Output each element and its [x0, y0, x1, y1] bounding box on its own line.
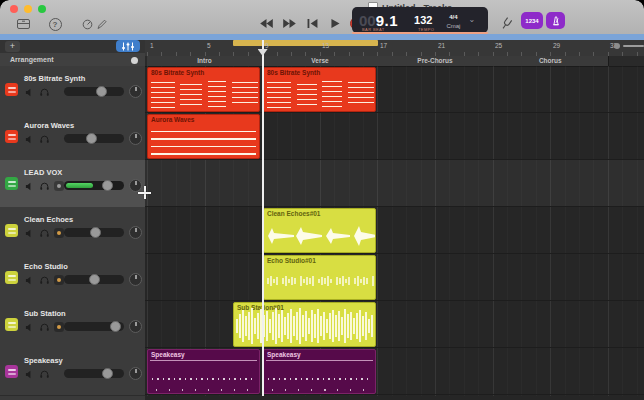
editors-icon[interactable] — [94, 17, 108, 31]
level-meter — [66, 183, 93, 188]
mute-button[interactable] — [24, 369, 34, 379]
volume-slider[interactable] — [64, 322, 124, 331]
lcd-display[interactable]: 00 9.1 BAR BEAT 132 TEMPO 4/4 Cmaj ⌄ — [352, 7, 488, 33]
arrangement-track-header[interactable]: Arrangement — [0, 53, 145, 67]
track-name: Sub Station — [24, 309, 66, 318]
zoom-button[interactable] — [38, 5, 46, 13]
input-monitor-button[interactable] — [54, 322, 64, 332]
audio-region[interactable]: Echo Studio#01 — [263, 255, 376, 300]
timeline-area: 1 5 9 13 17 21 25 29 33 Intro Verse Pre-… — [145, 40, 644, 400]
add-track-button[interactable]: + — [5, 41, 20, 52]
song-end-line — [623, 45, 644, 47]
solo-button[interactable] — [39, 322, 49, 332]
midi-region[interactable]: Speakeasy — [263, 349, 376, 394]
arrangement-options-icon[interactable] — [131, 57, 138, 64]
playhead[interactable] — [262, 40, 264, 396]
audio-region[interactable]: Clean Echoes#01 — [263, 208, 376, 253]
fast-forward-button[interactable] — [281, 16, 297, 30]
track-row-sub-station[interactable]: Sub Station — [0, 301, 145, 349]
input-monitor-button[interactable] — [54, 228, 64, 238]
arrangement-label: Arrangement — [10, 56, 54, 63]
section-intro[interactable]: Intro — [147, 56, 263, 66]
quick-help-icon[interactable]: ? — [48, 17, 62, 31]
track-lanes: 80s Bitrate Synth 80s Bitrate Synth — [145, 66, 644, 396]
mouse-crosshair-cursor — [138, 186, 151, 199]
mute-button[interactable] — [24, 181, 34, 191]
mute-button[interactable] — [24, 275, 34, 285]
track-controls — [24, 87, 49, 97]
song-end-marker[interactable] — [614, 43, 620, 49]
volume-slider[interactable] — [64, 134, 124, 143]
volume-slider[interactable] — [64, 228, 124, 237]
synth-track-icon — [5, 83, 18, 96]
minimize-button[interactable] — [24, 5, 32, 13]
mute-button[interactable] — [24, 322, 34, 332]
solo-button[interactable] — [39, 181, 49, 191]
vocal-track-icon — [5, 177, 18, 190]
volume-slider[interactable] — [64, 181, 124, 190]
lcd-bar-beat: 9.1 — [376, 12, 398, 29]
lane-aurora-waves: Aurora Waves — [145, 113, 644, 160]
smart-controls-icon[interactable] — [80, 17, 94, 31]
pan-knob[interactable] — [129, 273, 142, 286]
chevron-down-icon[interactable]: ⌄ — [468, 17, 475, 23]
bar-ruler[interactable]: 1 5 9 13 17 21 25 29 33 — [145, 40, 644, 57]
waveform — [264, 256, 376, 300]
track-controls — [24, 275, 64, 285]
track-name: Clean Echoes — [24, 215, 73, 224]
track-name: LEAD VOX — [24, 168, 62, 177]
track-row-aurora-waves[interactable]: Aurora Waves — [0, 113, 145, 161]
lcd-key: Cmaj — [446, 23, 460, 29]
lcd-tempo: 132 — [414, 14, 432, 26]
solo-button[interactable] — [39, 87, 49, 97]
track-row-clean-echoes[interactable]: Clean Echoes — [0, 207, 145, 255]
audio-track-icon — [5, 224, 18, 237]
track-controls — [24, 134, 49, 144]
section-verse[interactable]: Verse — [263, 56, 379, 66]
track-name: Speakeasy — [24, 356, 63, 365]
input-monitor-button[interactable] — [54, 275, 64, 285]
midi-region[interactable]: 80s Bitrate Synth — [147, 67, 260, 112]
track-row-80s-bitrate-synth[interactable]: 80s Bitrate Synth — [0, 66, 145, 114]
midi-region[interactable]: Speakeasy — [147, 349, 260, 394]
mute-button[interactable] — [24, 87, 34, 97]
garageband-window: Untitled - Tracks ? — [0, 0, 644, 400]
close-button[interactable] — [10, 5, 18, 13]
volume-slider[interactable] — [64, 87, 124, 96]
section-chorus[interactable]: Chorus — [493, 56, 610, 66]
solo-button[interactable] — [39, 275, 49, 285]
audio-region[interactable]: Sub Station#01 — [233, 302, 376, 347]
track-controls — [24, 181, 64, 191]
pan-knob[interactable] — [129, 132, 142, 145]
mute-button[interactable] — [24, 228, 34, 238]
track-controls — [24, 369, 49, 379]
input-monitor-button[interactable] — [54, 181, 64, 191]
lcd-time-signature: 4/4 — [449, 14, 457, 20]
tuning-fork-icon[interactable] — [499, 16, 513, 30]
section-pre-chorus[interactable]: Pre-Chorus — [378, 56, 494, 66]
pan-knob[interactable] — [129, 367, 142, 380]
mute-button[interactable] — [24, 134, 34, 144]
pan-knob[interactable] — [129, 226, 142, 239]
midi-region[interactable]: Aurora Waves — [147, 114, 260, 159]
solo-button[interactable] — [39, 228, 49, 238]
pan-knob[interactable] — [129, 320, 142, 333]
solo-button[interactable] — [39, 134, 49, 144]
pan-knob[interactable] — [129, 85, 142, 98]
midi-region[interactable]: 80s Bitrate Synth — [263, 67, 376, 112]
go-to-beginning-button[interactable] — [304, 16, 320, 30]
rewind-button[interactable] — [258, 16, 274, 30]
mixer-button[interactable] — [116, 40, 140, 52]
track-row-lead-vox[interactable]: LEAD VOX — [0, 160, 145, 208]
track-row-speakeasy[interactable]: Speakeasy — [0, 348, 145, 396]
play-button[interactable] — [327, 16, 343, 30]
count-in-button[interactable]: 1234 — [521, 12, 543, 29]
metronome-button[interactable] — [546, 12, 565, 29]
solo-button[interactable] — [39, 369, 49, 379]
cycle-region[interactable] — [233, 40, 378, 46]
volume-slider[interactable] — [64, 275, 124, 284]
track-row-echo-studio[interactable]: Echo Studio — [0, 254, 145, 302]
library-icon[interactable] — [16, 17, 30, 31]
track-controls — [24, 228, 64, 238]
volume-slider[interactable] — [64, 369, 124, 378]
